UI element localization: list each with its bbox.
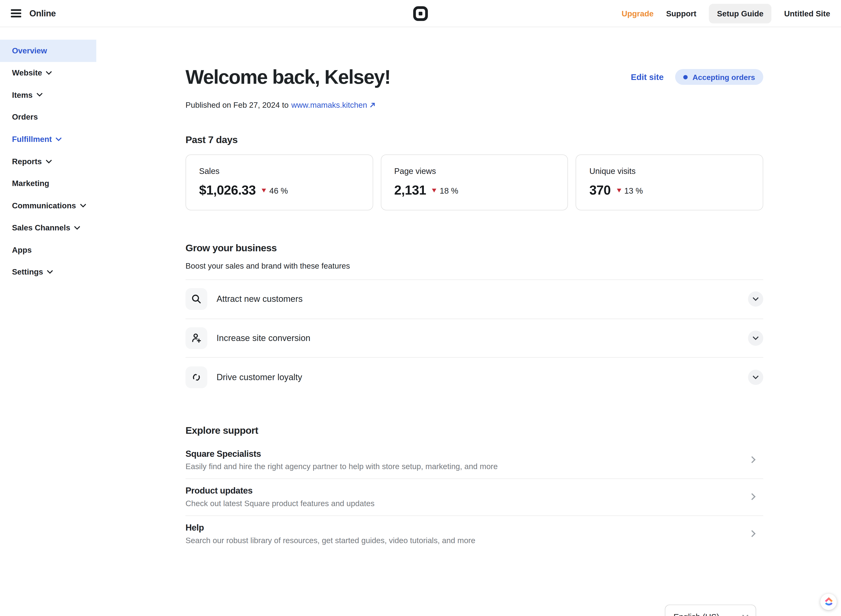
chevron-down-icon xyxy=(37,91,42,96)
top-nav: Upgrade Support Setup Guide Untitled Sit… xyxy=(622,4,830,23)
sidebar-item-reports[interactable]: Reports xyxy=(0,150,96,172)
grow-section: Grow your business Boost your sales and … xyxy=(185,242,763,397)
chevron-down-button[interactable] xyxy=(748,330,763,346)
sidebar-item-communications[interactable]: Communications xyxy=(0,195,96,217)
chevron-down-button[interactable] xyxy=(748,292,763,307)
external-link-icon xyxy=(369,101,376,109)
grow-row-label: Increase site conversion xyxy=(216,333,310,343)
stats-section-title: Past 7 days xyxy=(185,134,763,146)
status-badge[interactable]: Accepting orders xyxy=(675,69,763,85)
site-name-link[interactable]: Untitled Site xyxy=(784,9,830,18)
grow-row-label: Attract new customers xyxy=(216,294,303,304)
stat-delta: 18 % xyxy=(440,186,458,195)
person-add-icon xyxy=(185,327,207,349)
support-row-title: Help xyxy=(185,523,750,532)
chevron-down-button[interactable] xyxy=(748,370,763,385)
top-bar: Online Upgrade Support Setup Guide Untit… xyxy=(0,0,841,27)
support-link[interactable]: Support xyxy=(666,9,696,18)
page-title: Welcome back, Kelsey! xyxy=(185,66,390,88)
stat-card-sales: Sales $1,026.33 46 % xyxy=(185,154,373,210)
chevron-down-icon xyxy=(47,268,53,273)
sidebar-item-items[interactable]: Items xyxy=(0,84,96,106)
language-selector[interactable]: English (US) xyxy=(665,604,756,616)
chevron-right-icon xyxy=(748,530,756,537)
stat-card-unique-visits: Unique visits 370 13 % xyxy=(576,154,763,210)
stat-value: $1,026.33 xyxy=(199,183,256,198)
support-row-help[interactable]: Help Search our robust library of resour… xyxy=(185,516,763,552)
chevron-right-icon xyxy=(748,456,756,463)
published-site-link[interactable]: www.mamaks.kitchen xyxy=(291,101,376,109)
support-row-product-updates[interactable]: Product updates Check out latest Square … xyxy=(185,479,763,516)
support-section-title: Explore support xyxy=(185,425,763,436)
stat-card-page-views: Page views 2,131 18 % xyxy=(381,154,568,210)
stat-value: 370 xyxy=(589,183,611,198)
sidebar-item-sales-channels[interactable]: Sales Channels xyxy=(0,217,96,239)
stat-delta: 46 % xyxy=(269,186,288,195)
sidebar-item-apps[interactable]: Apps xyxy=(0,239,96,261)
sidebar-item-settings[interactable]: Settings xyxy=(0,261,96,283)
delta-down-icon xyxy=(262,188,266,192)
sidebar: Overview Website Items Orders Fulfillmen… xyxy=(0,27,96,616)
grow-section-title: Grow your business xyxy=(185,242,763,254)
sidebar-item-marketing[interactable]: Marketing xyxy=(0,173,96,195)
upgrade-link[interactable]: Upgrade xyxy=(622,9,654,18)
chevron-down-icon xyxy=(80,201,86,207)
status-dot-icon xyxy=(683,75,687,79)
chevron-down-icon xyxy=(74,223,80,229)
support-row-description: Check out latest Square product features… xyxy=(185,499,750,507)
chevron-down-icon xyxy=(46,69,52,74)
published-text: Published on Feb 27, 2024 to www.mamaks.… xyxy=(185,101,390,109)
menu-icon[interactable] xyxy=(11,9,21,17)
square-logo-icon xyxy=(413,6,428,21)
sidebar-item-orders[interactable]: Orders xyxy=(0,106,96,128)
support-row-description: Easily find and hire the right agency pa… xyxy=(185,462,750,471)
loyalty-icon xyxy=(185,367,207,388)
stats-section: Past 7 days Sales $1,026.33 46 % Page vi… xyxy=(185,134,763,210)
grow-row-label: Drive customer loyalty xyxy=(216,372,302,382)
support-row-square-specialists[interactable]: Square Specialists Easily find and hire … xyxy=(185,442,763,479)
stat-label: Unique visits xyxy=(589,166,750,176)
clickup-logo-icon xyxy=(824,597,833,607)
chevron-down-icon xyxy=(56,135,62,141)
language-label: English (US) xyxy=(673,612,719,616)
delta-down-icon xyxy=(432,188,437,192)
sidebar-item-overview[interactable]: Overview xyxy=(0,40,96,62)
app-title: Online xyxy=(29,9,56,18)
sidebar-item-website[interactable]: Website xyxy=(0,62,96,84)
support-row-description: Search our robust library of resources, … xyxy=(185,536,750,544)
main-content: Welcome back, Kelsey! Published on Feb 2… xyxy=(96,27,841,616)
grow-row-customer-loyalty[interactable]: Drive customer loyalty xyxy=(185,358,763,397)
edit-site-link[interactable]: Edit site xyxy=(631,72,664,82)
stat-value: 2,131 xyxy=(394,183,426,198)
chevron-down-icon xyxy=(742,612,748,616)
grow-row-attract-customers[interactable]: Attract new customers xyxy=(185,280,763,319)
stat-label: Sales xyxy=(199,166,359,176)
clickup-logo-button[interactable] xyxy=(820,594,837,610)
search-icon xyxy=(185,288,207,310)
square-online-dashboard: Online Upgrade Support Setup Guide Untit… xyxy=(0,0,841,616)
support-row-title: Square Specialists xyxy=(185,449,750,458)
chevron-right-icon xyxy=(748,493,756,500)
support-row-title: Product updates xyxy=(185,486,750,496)
sidebar-item-fulfillment[interactable]: Fulfillment xyxy=(0,128,96,150)
stat-delta: 13 % xyxy=(624,186,643,195)
grow-section-subtitle: Boost your sales and brand with these fe… xyxy=(185,261,763,270)
setup-guide-button[interactable]: Setup Guide xyxy=(709,4,772,23)
delta-down-icon xyxy=(617,188,621,192)
grow-row-site-conversion[interactable]: Increase site conversion xyxy=(185,319,763,358)
chevron-down-icon xyxy=(46,157,51,163)
stat-label: Page views xyxy=(394,166,554,176)
support-section: Explore support Square Specialists Easil… xyxy=(185,425,763,552)
